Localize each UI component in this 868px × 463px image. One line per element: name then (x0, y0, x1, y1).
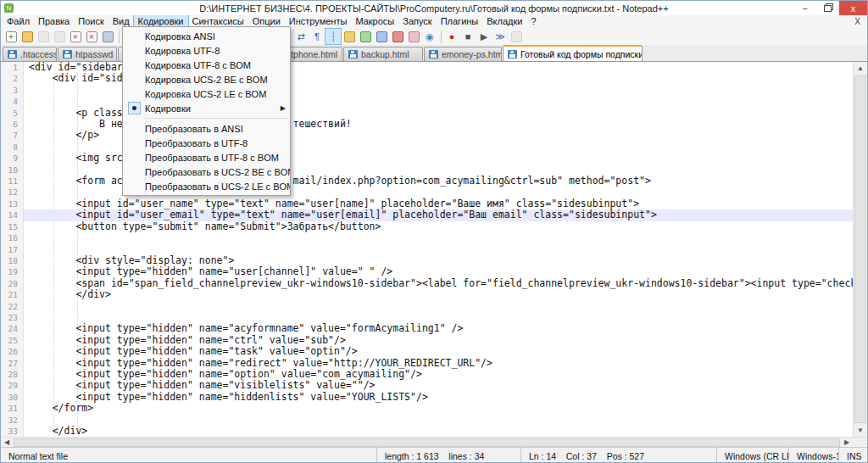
menubar-item-12[interactable]: ? (526, 15, 540, 28)
tab-5[interactable]: emoney-ps.html (424, 47, 502, 61)
show-all-characters-button[interactable]: ¶ (309, 29, 325, 44)
encoding-menu-item-3[interactable]: Кодировка UCS-2 BE с BOM (123, 72, 290, 86)
code-text[interactable] (24, 312, 867, 323)
user-defined-dialog-button[interactable] (342, 29, 357, 44)
code-text[interactable] (24, 301, 867, 312)
editor-line-23: 23 (1, 312, 867, 323)
close-document-button[interactable]: X (854, 17, 860, 26)
encoding-menu-item-11[interactable]: Преобразовать в UCS-2 LE с BOM (123, 179, 290, 193)
tab-6[interactable]: Готовый код формы подписки.txt (503, 45, 643, 61)
code-text[interactable]: <div style="display: none"> (24, 255, 867, 266)
horizontal-scroll-thumb[interactable] (14, 438, 840, 447)
encoding-menu-item-8[interactable]: Преобразовать в UTF-8 (123, 136, 290, 150)
code-text[interactable]: <input type="hidden" name="hiddenlists" … (24, 392, 867, 403)
vertical-scroll-thumb[interactable] (854, 75, 866, 423)
encoding-menu-item-5[interactable]: Кодировки▶ (123, 101, 290, 115)
encoding-menu-item-9[interactable]: Преобразовать в UTF-8 с BOM (123, 150, 290, 165)
radio-box-icon (128, 102, 141, 114)
macro-run-multiple-button[interactable]: ≫ (492, 29, 508, 44)
indent-guide-button[interactable]: ┆ (326, 29, 341, 44)
macro-play-button[interactable]: ▶ (476, 29, 492, 44)
code-text[interactable]: <input type="hidden" name="redirect" val… (24, 358, 867, 369)
code-text[interactable]: </div> (24, 289, 867, 300)
macro-stop-button[interactable]: ■ (460, 29, 476, 44)
macro-record-button[interactable]: ● (444, 29, 459, 44)
code-text[interactable]: <input type="hidden" name="acyformname" … (24, 323, 867, 334)
line-number: 17 (1, 244, 24, 255)
menubar-item-8[interactable]: Макросы (351, 15, 398, 28)
line-number: 12 (1, 187, 24, 198)
code-text[interactable] (24, 415, 867, 426)
close-button[interactable]: × (68, 29, 83, 44)
scroll-down-icon[interactable]: ▼ (854, 424, 867, 437)
editor-line-30: 30 <input type="hidden" name="hiddenlist… (1, 392, 867, 403)
code-text[interactable]: <input type="hidden" name="visiblelists"… (24, 380, 867, 391)
tab-1[interactable]: htpasswd (58, 47, 117, 61)
editor-line-19: 19 <input type="hidden" name="user[chann… (1, 266, 867, 277)
line-number: 1 (1, 62, 24, 73)
vertical-scrollbar[interactable]: ▲ ▼ (853, 62, 867, 437)
encoding-menu-item-10[interactable]: Преобразовать в UCS-2 BE с BOM (123, 165, 290, 179)
tab-0[interactable]: .htaccess (3, 47, 57, 61)
encoding-menu-item-7[interactable]: Преобразовать в ANSI (123, 121, 290, 136)
code-text[interactable]: <span id="span_field_channelpreview_ukr-… (24, 278, 867, 289)
plugin-icon-1 (392, 31, 403, 42)
code-text[interactable]: <input type="hidden" name="ctrl" value="… (24, 335, 867, 346)
show-all-characters-icon: ¶ (312, 31, 323, 42)
radio-selected-icon (123, 102, 145, 114)
encoding-menu-item-2[interactable]: Кодировка UTF-8 с BOM (123, 58, 290, 72)
code-text[interactable]: <input type="hidden" name="option" value… (24, 369, 867, 380)
save-all-button[interactable] (52, 29, 67, 44)
code-text[interactable]: <input type="hidden" name="task" value="… (24, 346, 867, 357)
print-button[interactable] (100, 29, 115, 44)
macro-save-button[interactable] (509, 29, 524, 44)
encoding-menu-item-0[interactable]: Кодировка ANSI (123, 29, 290, 43)
menubar-item-1[interactable]: Правка (34, 15, 74, 28)
scroll-left-icon[interactable]: ◀ (1, 438, 13, 446)
document-map-button[interactable] (358, 29, 373, 44)
status-length-lines: length : 1 613 lines : 34 (376, 448, 520, 463)
close-window-button[interactable]: x (839, 1, 867, 15)
scroll-up-icon[interactable]: ▲ (854, 62, 867, 75)
function-list-button[interactable] (374, 29, 389, 44)
new-file-button[interactable]: + (3, 29, 19, 44)
encoding-menu-item-1[interactable]: Кодировка UTF-8 (123, 43, 290, 58)
word-wrap-button[interactable]: ⇄ (293, 29, 309, 44)
plugin-button-2[interactable] (406, 29, 421, 44)
save-button[interactable] (36, 29, 51, 44)
scroll-right-icon[interactable]: ▶ (841, 438, 853, 446)
menubar-item-7[interactable]: Инструменты (285, 15, 352, 28)
open-file-button[interactable] (19, 29, 35, 44)
menubar-item-9[interactable]: Запуск (398, 15, 436, 28)
title-bar[interactable]: N D:\ИНТЕРНЕТ БИЗНЕС\4. ПРОЕКТЫ-САЙТЫ\Pr… (1, 1, 867, 15)
code-text[interactable] (24, 232, 867, 243)
editor-line-17: 17 (1, 244, 867, 255)
menubar-item-10[interactable]: Плагины (437, 15, 483, 28)
close-all-button[interactable]: × (84, 29, 99, 44)
line-number: 21 (1, 289, 24, 300)
code-text[interactable]: </div> (24, 426, 867, 437)
code-text[interactable]: <input id="user_email" type="text" name=… (24, 209, 867, 220)
tab-4[interactable]: backup.html (343, 47, 423, 61)
status-cursor-position: Ln : 14 Col : 37 Pos : 527 (520, 448, 716, 463)
menubar-item-2[interactable]: Поиск (74, 15, 108, 28)
code-text[interactable] (24, 244, 867, 255)
minimize-button[interactable]: – (793, 1, 816, 15)
horizontal-scrollbar[interactable]: ◀ ▶ (1, 437, 867, 447)
line-number: 14 (1, 209, 24, 220)
code-text[interactable]: </form> (24, 403, 867, 414)
code-text[interactable]: <input type="hidden" name="user[channel]… (24, 266, 867, 277)
code-text[interactable]: <button type="submit" name="Submit">Забр… (24, 221, 867, 232)
code-text[interactable]: <input id="user_name" type="text" name="… (24, 198, 867, 209)
tab-label: emoney-ps.html (442, 49, 502, 59)
monitoring-button[interactable]: ◉ (422, 29, 437, 44)
restore-button[interactable] (816, 1, 839, 15)
encoding-menu-item-4[interactable]: Кодировка UCS-2 LE с BOM (123, 86, 290, 101)
plugin-button-1[interactable] (390, 29, 405, 44)
line-number: 28 (1, 369, 24, 380)
menubar-item-11[interactable]: Вкладки (482, 15, 526, 28)
editor-line-15: 15 <button type="submit" name="Submit">З… (1, 221, 867, 232)
menubar-item-0[interactable]: Файл (3, 15, 34, 28)
line-number: 29 (1, 380, 24, 391)
menu-item-label: Преобразовать в ANSI (145, 124, 290, 134)
